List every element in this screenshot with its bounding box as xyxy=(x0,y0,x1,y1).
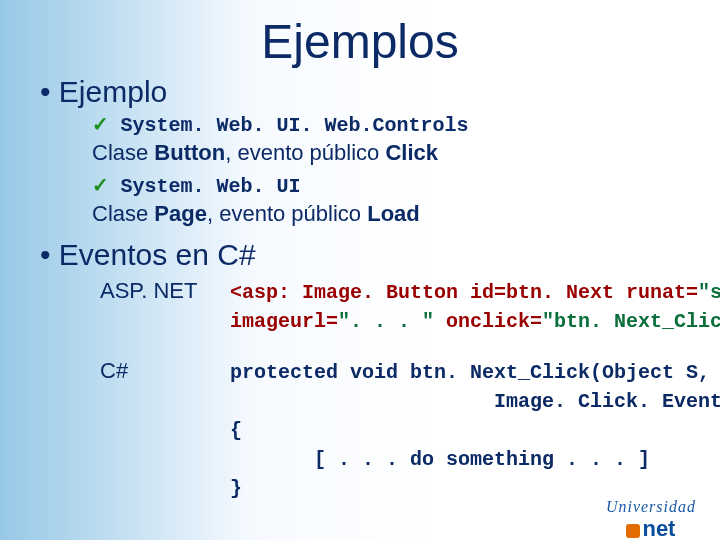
label-csharp: C# xyxy=(100,358,230,384)
logo-university: Universidad xyxy=(606,498,696,516)
label-aspnet: ASP. NET xyxy=(100,278,230,304)
desc-pre: Clase xyxy=(92,140,154,165)
bullet-eventos: Eventos en C# xyxy=(40,238,720,272)
logo-dotnet: Universidad net xyxy=(606,498,696,540)
slide-title: Ejemplos xyxy=(0,14,720,69)
code-aspnet: <asp: Image. Button id=btn. Next runat="… xyxy=(230,278,720,336)
check-icon: ✓ xyxy=(92,174,109,196)
desc-mid: , evento público xyxy=(207,201,367,226)
event-load: Load xyxy=(367,201,420,226)
class-page: Page xyxy=(154,201,207,226)
sub-webui: ✓ System. Web. UI Clase Page, evento púb… xyxy=(92,172,720,229)
code-webcontrols: System. Web. UI. Web.Controls xyxy=(121,114,469,137)
logo-net: net xyxy=(642,516,675,540)
dot-icon xyxy=(626,524,640,538)
row-aspnet: ASP. NET <asp: Image. Button id=btn. Nex… xyxy=(100,278,720,336)
desc-mid: , evento público xyxy=(225,140,385,165)
desc-pre: Clase xyxy=(92,201,154,226)
event-click: Click xyxy=(385,140,438,165)
class-button: Button xyxy=(154,140,225,165)
bullet-ejemplo: Ejemplo xyxy=(40,75,720,109)
code-csharp: protected void btn. Next_Click(Object S,… xyxy=(230,358,720,503)
sub-webcontrols: ✓ System. Web. UI. Web.Controls Clase Bu… xyxy=(92,111,720,168)
check-icon: ✓ xyxy=(92,113,109,135)
code-webui: System. Web. UI xyxy=(121,175,301,198)
row-csharp: C# protected void btn. Next_Click(Object… xyxy=(100,358,720,503)
